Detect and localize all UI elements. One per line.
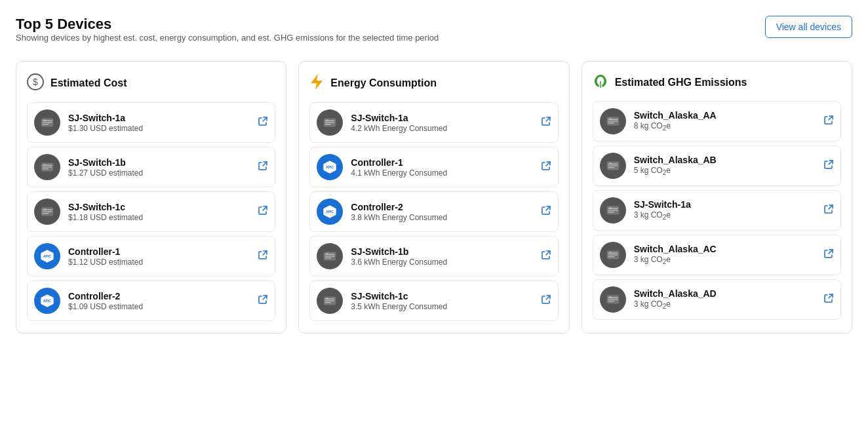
panel-title-energy-consumption: Energy Consumption <box>330 77 437 89</box>
device-info: Switch_Alaska_AC 3 kg CO2e <box>634 244 816 265</box>
device-value: 8 kg CO2e <box>634 121 816 132</box>
switch-avatar-icon <box>600 242 626 268</box>
lightning-icon <box>309 73 324 93</box>
device-name: Switch_Alaska_AD <box>634 288 816 299</box>
controller-avatar-icon: APIC <box>34 243 60 269</box>
switch-avatar-icon <box>34 109 60 136</box>
panel-header-ghg-emissions: Estimated GHG Emissions <box>593 73 841 92</box>
device-info: Switch_Alaska_AA 8 kg CO2e <box>634 110 816 132</box>
device-link-icon[interactable] <box>823 159 834 172</box>
device-link-icon[interactable] <box>541 250 551 263</box>
device-link-icon[interactable] <box>541 294 551 307</box>
device-value: 4.2 kWh Energy Consumed <box>351 124 532 133</box>
device-item: SJ-Switch-1b $1.27 USD estimated <box>27 147 275 187</box>
device-value: 3.8 kWh Energy Consumed <box>351 213 532 222</box>
device-info: SJ-Switch-1b $1.27 USD estimated <box>68 157 250 178</box>
svg-rect-34 <box>326 253 329 254</box>
device-name: SJ-Switch-1a <box>634 199 816 210</box>
device-name: SJ-Switch-1c <box>351 291 532 301</box>
device-list-ghg-emissions: Switch_Alaska_AA 8 kg CO2e Switch_Alaska… <box>593 101 841 320</box>
device-name: Controller-1 <box>68 246 250 257</box>
device-item: SJ-Switch-1a 3 kg CO2e <box>593 190 841 231</box>
svg-rect-44 <box>609 118 612 119</box>
device-link-icon[interactable] <box>823 248 834 261</box>
device-item: APIC Controller-1 $1.12 USD estimated <box>27 236 275 277</box>
device-link-icon[interactable] <box>823 204 834 217</box>
switch-avatar-icon <box>317 288 343 314</box>
device-info: SJ-Switch-1a 3 kg CO2e <box>634 199 816 221</box>
leaf-icon <box>593 73 608 92</box>
device-item: SJ-Switch-1a $1.30 USD estimated <box>27 102 275 143</box>
device-value: $1.27 USD estimated <box>68 168 250 178</box>
device-item: APIC Controller-2 $1.09 USD estimated <box>27 280 275 321</box>
device-info: SJ-Switch-1a $1.30 USD estimated <box>68 113 250 133</box>
device-value: 4.1 kWh Energy Consumed <box>351 168 532 178</box>
device-list-estimated-cost: SJ-Switch-1a $1.30 USD estimated SJ-Swit… <box>27 102 275 321</box>
panel-ghg-emissions: Estimated GHG Emissions Switch_Alaska_AA… <box>582 61 852 334</box>
svg-rect-16 <box>44 208 47 210</box>
device-link-icon[interactable] <box>541 205 551 218</box>
switch-avatar-icon <box>34 199 60 225</box>
device-name: SJ-Switch-1a <box>68 113 250 123</box>
device-info: Switch_Alaska_AD 3 kg CO2e <box>634 288 816 310</box>
device-link-icon[interactable] <box>258 250 268 263</box>
device-item: APIC Controller-2 3.8 kWh Energy Consume… <box>309 191 558 232</box>
device-link-icon[interactable] <box>823 115 834 128</box>
device-link-icon[interactable] <box>541 161 551 174</box>
device-item: Switch_Alaska_AC 3 kg CO2e <box>593 235 841 275</box>
device-name: Controller-1 <box>351 157 532 168</box>
device-info: SJ-Switch-1b 3.6 kWh Energy Consumed <box>351 246 532 267</box>
svg-text:APIC: APIC <box>43 299 51 303</box>
device-value: $1.09 USD estimated <box>68 302 250 311</box>
device-info: SJ-Switch-1c $1.18 USD estimated <box>68 202 250 222</box>
device-link-icon[interactable] <box>258 294 268 307</box>
panel-energy-consumption: Energy Consumption SJ-Switch-1a 4.2 kWh … <box>298 61 569 334</box>
device-info: SJ-Switch-1c 3.5 kWh Energy Consumed <box>351 291 532 311</box>
device-link-icon[interactable] <box>823 293 834 306</box>
device-link-icon[interactable] <box>258 161 268 174</box>
device-link-icon[interactable] <box>541 116 551 129</box>
device-link-icon[interactable] <box>258 205 268 218</box>
switch-avatar-icon <box>600 286 626 313</box>
svg-text:$: $ <box>33 77 38 87</box>
device-info: Controller-1 $1.12 USD estimated <box>68 246 250 267</box>
switch-avatar-icon <box>600 197 626 223</box>
svg-rect-6 <box>44 119 47 121</box>
device-value: $1.18 USD estimated <box>68 213 250 222</box>
device-item: Switch_Alaska_AB 5 kg CO2e <box>593 145 841 186</box>
panel-estimated-cost: $ Estimated Cost SJ-Switch-1a $1.30 USD … <box>16 61 286 334</box>
device-value: 3 kg CO2e <box>634 255 816 265</box>
device-link-icon[interactable] <box>258 116 268 129</box>
switch-avatar-icon <box>317 243 343 269</box>
device-name: Switch_Alaska_AA <box>634 110 816 121</box>
device-value: $1.12 USD estimated <box>68 258 250 267</box>
dollar-circle-icon: $ <box>27 73 44 93</box>
device-item: SJ-Switch-1b 3.6 kWh Energy Consumed <box>309 236 558 277</box>
svg-text:APIC: APIC <box>43 254 51 258</box>
page-subtitle: Showing devices by highest est. cost, en… <box>16 33 439 43</box>
device-item: SJ-Switch-1a 4.2 kWh Energy Consumed <box>309 102 558 143</box>
svg-rect-49 <box>609 163 612 164</box>
svg-rect-39 <box>326 297 329 299</box>
switch-avatar-icon <box>600 108 626 134</box>
device-value: 3.5 kWh Energy Consumed <box>351 302 532 311</box>
controller-avatar-icon: APIC <box>34 288 60 314</box>
device-name: SJ-Switch-1a <box>351 113 532 123</box>
device-value: 3 kg CO2e <box>634 210 816 221</box>
switch-avatar-icon <box>34 154 60 180</box>
view-all-devices-button[interactable]: View all devices <box>765 16 852 38</box>
page-title: Top 5 Devices <box>16 16 439 33</box>
panel-header-estimated-cost: $ Estimated Cost <box>27 73 275 93</box>
device-item: Switch_Alaska_AD 3 kg CO2e <box>593 279 841 320</box>
device-name: Switch_Alaska_AC <box>634 244 816 254</box>
device-item: SJ-Switch-1c $1.18 USD estimated <box>27 191 275 232</box>
device-item: SJ-Switch-1c 3.5 kWh Energy Consumed <box>309 280 558 321</box>
device-name: SJ-Switch-1b <box>351 246 532 257</box>
device-name: Controller-2 <box>68 291 250 301</box>
device-info: Controller-2 3.8 kWh Energy Consumed <box>351 202 532 222</box>
svg-rect-54 <box>609 207 612 208</box>
device-name: Controller-2 <box>351 202 532 212</box>
device-info: Controller-2 $1.09 USD estimated <box>68 291 250 311</box>
device-value: 3 kg CO2e <box>634 299 816 310</box>
svg-rect-64 <box>609 296 612 297</box>
